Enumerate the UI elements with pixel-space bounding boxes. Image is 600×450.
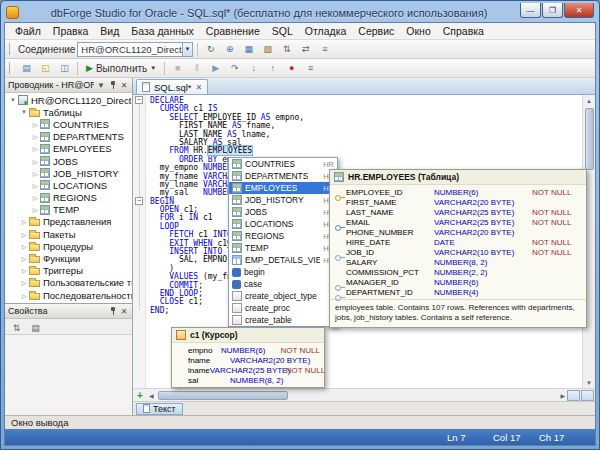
close-icon[interactable]: ✕ [119, 307, 129, 316]
toolbar-button-import-export[interactable]: ⇅ [278, 42, 295, 57]
expand-glyph[interactable]: ▷ [19, 218, 29, 225]
toolbar-button-open-file[interactable]: ◱ [37, 61, 54, 76]
tree-table-countries[interactable]: ▷COUNTRIES [5, 118, 132, 130]
pin-icon[interactable] [108, 80, 117, 90]
pin-icon[interactable] [108, 306, 117, 316]
expand-glyph[interactable]: ▷ [19, 279, 29, 286]
chevron-down-icon[interactable]: ▼ [96, 81, 106, 90]
tree-table-regions[interactable]: ▷REGIONS [5, 192, 132, 204]
tree-folder-представления[interactable]: ▷Представления [5, 216, 132, 228]
menu-сравнение[interactable]: Сравнение [200, 24, 266, 38]
scroll-up-icon[interactable]: ▲ [586, 95, 592, 106]
categorized-view-button[interactable]: ▤ [27, 320, 44, 335]
expand-glyph[interactable]: ▼ [8, 97, 18, 103]
expand-glyph[interactable]: ▷ [19, 255, 29, 262]
tree-folder-последовательности[interactable]: ▷Последовательности [5, 289, 132, 301]
autocomplete-item-job_history[interactable]: JOB_HISTORYHR [229, 194, 337, 206]
autocomplete-item-create_table[interactable]: create_table [229, 314, 337, 326]
autocomplete-item-regions[interactable]: REGIONSHR [229, 230, 337, 242]
sort-alphabetical-button[interactable]: ⇅ [8, 320, 25, 335]
autocomplete-item-departments[interactable]: DEPARTMENTSHR [229, 170, 337, 182]
connection-combobox[interactable]: HR@ORCL1120_Direct ▼ [77, 42, 193, 57]
tree-folder-триггеры[interactable]: ▷Триггеры [5, 265, 132, 277]
autocomplete-item-jobs[interactable]: JOBSHR [229, 206, 337, 218]
autocomplete-item-create_proc[interactable]: create_proc [229, 302, 337, 314]
expand-glyph[interactable]: ▷ [19, 243, 29, 250]
expand-glyph[interactable]: ▷ [30, 133, 40, 140]
autocomplete-item-employees[interactable]: EMPLOYEESHR [229, 182, 337, 194]
menu-вид[interactable]: Вид [94, 24, 125, 38]
tree-folder-пользовательские-типы[interactable]: ▷Пользовательские типы [5, 277, 132, 289]
autocomplete-item-locations[interactable]: LOCATIONSHR [229, 218, 337, 230]
expand-glyph[interactable]: ▷ [30, 206, 40, 213]
menu-сервис[interactable]: Сервис [352, 24, 400, 38]
title-bar[interactable]: dbForge Studio for Oracle - SQL.sql* (бе… [4, 1, 596, 22]
autocomplete-item-temp[interactable]: TEMPHR [229, 242, 337, 254]
scrollbar-thumb[interactable] [585, 108, 594, 170]
toolbar-button-start-debugging[interactable]: ▶ [207, 61, 224, 76]
toolbar-button-schema-compare[interactable]: ⇄ [297, 42, 314, 57]
expand-glyph[interactable]: ▷ [19, 292, 29, 299]
menu-справка[interactable]: Справка [437, 24, 490, 38]
explorer-header[interactable]: Проводник - HR@ORCL11... ▼ ✕ [5, 78, 132, 93]
properties-header[interactable]: Свойства ✕ [5, 304, 132, 319]
close-tab-icon[interactable]: ✕ [196, 83, 203, 92]
autocomplete-item-case[interactable]: case [229, 278, 337, 290]
toolbar-button-query-builder[interactable]: ▧ [259, 42, 276, 57]
expand-glyph[interactable]: ▷ [30, 121, 40, 128]
menu-файл[interactable]: Файл [9, 24, 47, 38]
minimize-button[interactable]: — [520, 3, 541, 18]
tree-table-temp[interactable]: ▷TEMP [5, 204, 132, 216]
toolbar-button-step-over[interactable]: ↷ [226, 61, 243, 76]
expand-glyph[interactable]: ▷ [19, 231, 29, 238]
fold-marker[interactable]: − [135, 197, 143, 205]
toolbar-button-pause-execution[interactable]: ‖ [188, 61, 205, 76]
menu-правка[interactable]: Правка [47, 24, 94, 38]
layout-toggle-button[interactable] [581, 390, 594, 401]
toolbar-button-step-out[interactable]: ↑ [264, 61, 281, 76]
add-icon[interactable]: + [133, 389, 147, 401]
chevron-down-icon[interactable]: ▼ [150, 65, 156, 71]
close-icon[interactable]: ✕ [119, 81, 129, 90]
menu-окно[interactable]: Окно [400, 24, 436, 38]
tree-table-job_history[interactable]: ▷JOB_HISTORY [5, 167, 132, 179]
toolbar-button-new-database-object[interactable]: ⊕ [221, 42, 238, 57]
expand-glyph[interactable]: ▷ [30, 194, 40, 201]
scroll-right-icon[interactable]: ▶ [558, 390, 567, 401]
code-editor[interactable]: − − DECLARE CURSOR c1 IS SELECT EMPLOYEE… [133, 95, 595, 388]
scroll-down-icon[interactable]: ▼ [586, 377, 592, 388]
toolbar-button-save[interactable]: ◫ [56, 61, 73, 76]
expand-glyph[interactable]: ▷ [19, 267, 29, 274]
autocomplete-item-countries[interactable]: COUNTRIESHR [229, 158, 337, 170]
chevron-down-icon[interactable]: ▼ [182, 43, 193, 56]
tree-folder-пакеты[interactable]: ▷Пакеты [5, 228, 132, 240]
tab-sql-document[interactable]: SQL.sql* ✕ [136, 79, 208, 94]
expand-glyph[interactable]: ▷ [30, 182, 40, 189]
toolbar-button-breakpoints[interactable]: ● [283, 61, 300, 76]
expand-glyph[interactable]: ▷ [30, 158, 40, 165]
toolbar-grip[interactable] [9, 62, 13, 74]
tab-text-view[interactable]: Текст [136, 403, 183, 415]
tree-table-locations[interactable]: ▷LOCATIONS [5, 179, 132, 191]
expand-glyph[interactable]: ▼ [19, 109, 29, 115]
expand-glyph[interactable]: ▷ [30, 145, 40, 152]
tree-folder-функции[interactable]: ▷Функции [5, 252, 132, 264]
menu-отладка[interactable]: Отладка [299, 24, 353, 38]
fold-marker[interactable]: − [135, 96, 143, 104]
toolbar-button-format-sql[interactable]: ≡ [302, 61, 319, 76]
autocomplete-item-begin[interactable]: begin [229, 266, 337, 278]
toolbar-grip[interactable] [9, 43, 13, 55]
tree-folder-tables[interactable]: ▼Таблицы [5, 106, 132, 118]
toolbar-button-refresh-connection[interactable]: ↻ [202, 42, 219, 57]
tree-table-jobs[interactable]: ▷JOBS [5, 155, 132, 167]
toolbar-button-step-into[interactable]: ↓ [245, 61, 262, 76]
menu-база-данных[interactable]: База данных [125, 24, 200, 38]
tree-table-departments[interactable]: ▷DEPARTMENTS [5, 131, 132, 143]
close-button[interactable]: ✕ [564, 3, 594, 18]
toolbar-button-new-table[interactable]: ▦ [240, 42, 257, 57]
split-window-button[interactable] [567, 390, 580, 401]
tree-table-employees[interactable]: ▷EMPLOYEES [5, 143, 132, 155]
expand-glyph[interactable]: ▷ [30, 170, 40, 177]
toolbar-button-new-sql-document[interactable]: ▤ [18, 61, 35, 76]
scrollbar-thumb[interactable] [158, 391, 288, 400]
